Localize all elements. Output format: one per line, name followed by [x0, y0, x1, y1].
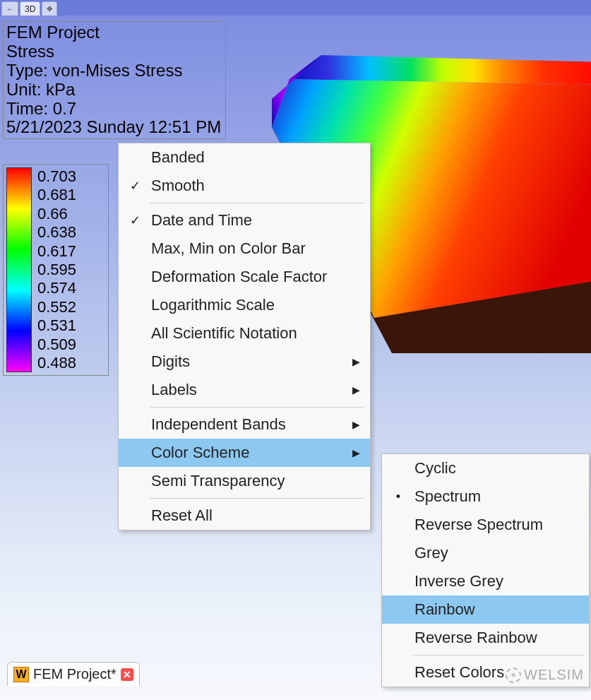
document-tab-label: FEM Project*: [33, 666, 117, 682]
menu-label: Cyclic: [414, 459, 579, 477]
submenu-arrow-icon: ▶: [346, 356, 360, 367]
submenu-arrow-icon: ▶: [346, 447, 360, 458]
info-project: FEM Project: [6, 23, 222, 42]
menu-item-sci-notation[interactable]: All Scientific Notation: [119, 319, 370, 348]
menu-label: Logarithmic Scale: [151, 296, 346, 314]
submenu-color-scheme: Cyclic • Spectrum Reverse Spectrum Grey …: [381, 453, 590, 687]
result-info-panel: FEM Project Stress Type: von-Mises Stres…: [3, 21, 226, 139]
menu-separator: [150, 498, 364, 499]
menu-label: Reset All: [151, 506, 346, 525]
submenu-arrow-icon: ▶: [346, 419, 360, 430]
menu-item-color-scheme[interactable]: Color Scheme ▶: [119, 439, 370, 467]
top-tab-back[interactable]: ←: [1, 1, 18, 16]
submenu-item-reverse-rainbow[interactable]: Reverse Rainbow: [382, 624, 589, 652]
info-unit: Unit: kPa: [6, 81, 222, 100]
menu-label: Independent Bands: [151, 415, 346, 434]
menu-item-datetime[interactable]: ✓ Date and Time: [119, 206, 370, 235]
info-date: 5/21/2023 Sunday 12:51 PM: [6, 118, 222, 137]
menu-item-semi-transparency[interactable]: Semi Transparency: [119, 467, 370, 495]
check-icon: ✓: [119, 178, 151, 194]
legend-value: 0.617: [37, 242, 76, 261]
menu-item-log-scale[interactable]: Logarithmic Scale: [119, 291, 370, 319]
welsim-app-icon: W: [13, 667, 29, 682]
menu-label: Smooth: [151, 177, 346, 195]
menu-label: Color Scheme: [151, 444, 346, 462]
crosshair-icon: ✥: [47, 5, 52, 13]
submenu-item-inverse-grey[interactable]: Inverse Grey: [382, 567, 589, 595]
menu-label: Digits: [151, 352, 346, 371]
menu-label: Inverse Grey: [414, 572, 579, 591]
top-tab-strip: ← 3D ✥: [0, 0, 591, 16]
menu-label: Semi Transparency: [151, 472, 346, 490]
menu-separator: [413, 655, 583, 655]
menu-separator: [150, 203, 364, 203]
menu-label: Date and Time: [151, 211, 346, 230]
menu-label: Max, Min on Color Bar: [151, 239, 346, 258]
submenu-item-rainbow[interactable]: Rainbow: [382, 595, 589, 624]
menu-item-banded[interactable]: Banded: [119, 143, 370, 172]
document-tab-fem-project[interactable]: W FEM Project* ✕: [7, 662, 140, 686]
legend-values: 0.703 0.681 0.66 0.638 0.617 0.595 0.574…: [37, 167, 76, 372]
legend-value: 0.509: [37, 336, 76, 354]
arrow-left-icon: ←: [6, 5, 13, 13]
submenu-item-cyclic[interactable]: Cyclic: [382, 454, 589, 482]
document-tab-bar: W FEM Project* ✕: [7, 662, 140, 686]
legend-value: 0.552: [37, 298, 76, 316]
legend-value: 0.66: [37, 205, 76, 223]
menu-label: Deformation Scale Factor: [151, 268, 346, 286]
menu-label: Reverse Rainbow: [414, 629, 579, 647]
legend-value: 0.681: [37, 186, 76, 204]
viewport-3d[interactable]: ← 3D ✥ FEM Project Stress Type: von-Mise…: [0, 0, 591, 700]
submenu-arrow-icon: ▶: [346, 384, 360, 396]
info-type: Type: von-Mises Stress: [6, 61, 222, 81]
submenu-item-reverse-spectrum[interactable]: Reverse Spectrum: [382, 511, 589, 539]
menu-label: Spectrum: [414, 487, 579, 506]
svg-marker-2: [289, 55, 591, 85]
legend-value: 0.531: [37, 316, 76, 335]
svg-marker-3: [272, 55, 321, 127]
legend-value: 0.595: [37, 261, 76, 279]
menu-item-digits[interactable]: Digits ▶: [119, 348, 370, 376]
close-tab-button[interactable]: ✕: [121, 668, 133, 681]
menu-item-reset-all[interactable]: Reset All: [119, 502, 370, 530]
context-menu-legend: Banded ✓ Smooth ✓ Date and Time Max, Min…: [118, 143, 371, 530]
top-tab-3d[interactable]: 3D: [20, 1, 40, 16]
legend-value: 0.574: [37, 279, 76, 297]
menu-label: Rainbow: [414, 600, 579, 619]
legend-value: 0.703: [37, 167, 76, 186]
top-tab-target[interactable]: ✥: [42, 1, 57, 16]
watermark-logo-icon: ✶: [506, 668, 521, 683]
menu-label: Reverse Spectrum: [414, 516, 579, 534]
menu-item-smooth[interactable]: ✓ Smooth: [119, 172, 370, 200]
menu-item-deformation-scale[interactable]: Deformation Scale Factor: [119, 263, 370, 291]
legend-value: 0.488: [37, 354, 76, 372]
bullet-icon: •: [382, 490, 414, 504]
watermark-text: WELSIM: [524, 667, 584, 683]
menu-label: Labels: [151, 381, 346, 399]
info-result: Stress: [6, 42, 222, 61]
watermark: ✶ WELSIM: [506, 667, 584, 683]
menu-separator: [150, 407, 364, 408]
menu-item-minmax[interactable]: Max, Min on Color Bar: [119, 235, 370, 263]
check-icon: ✓: [119, 213, 151, 228]
menu-item-labels[interactable]: Labels ▶: [119, 376, 370, 404]
info-time: Time: 0.7: [6, 100, 222, 119]
legend-color-bar: [6, 167, 32, 372]
legend-value: 0.638: [37, 223, 76, 242]
menu-label: Banded: [151, 148, 346, 167]
submenu-item-spectrum[interactable]: • Spectrum: [382, 482, 589, 511]
menu-label: All Scientific Notation: [151, 324, 346, 343]
menu-item-independent-bands[interactable]: Independent Bands ▶: [119, 410, 370, 439]
submenu-item-grey[interactable]: Grey: [382, 539, 589, 567]
tab-label-3d: 3D: [25, 4, 35, 14]
menu-label: Grey: [414, 544, 579, 562]
color-legend: 0.703 0.681 0.66 0.638 0.617 0.595 0.574…: [3, 164, 109, 376]
